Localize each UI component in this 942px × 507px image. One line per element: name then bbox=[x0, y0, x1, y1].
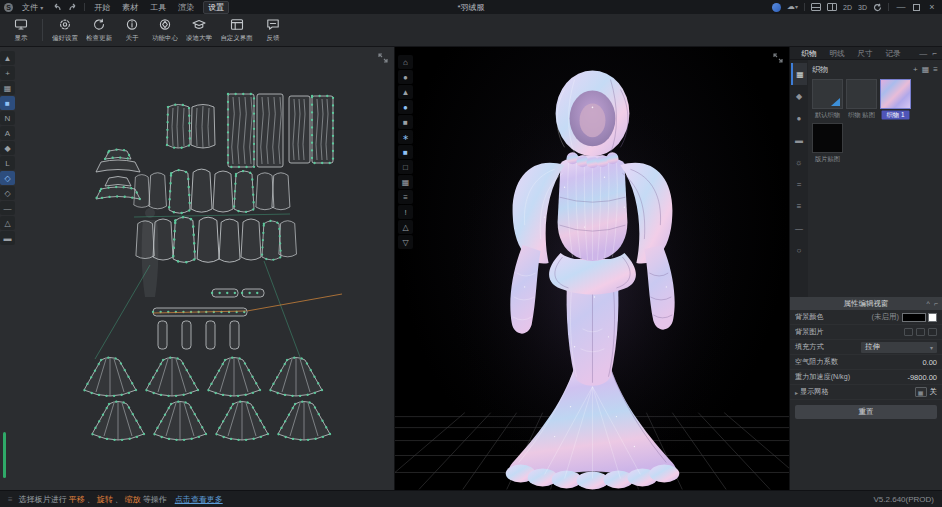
ribbon-preferences-button[interactable]: 偏好设置 bbox=[49, 15, 81, 46]
maximize-button[interactable] bbox=[913, 4, 920, 11]
see-more-link[interactable]: 点击查看更多 bbox=[175, 494, 223, 505]
rectangle-tool[interactable]: ■ bbox=[0, 96, 15, 110]
collapse-section-icon[interactable]: ^ bbox=[927, 300, 930, 307]
ribbon-custom-ui-button[interactable]: 自定义界面 bbox=[217, 15, 256, 46]
undo-icon[interactable] bbox=[52, 3, 62, 12]
edit-pattern-tool[interactable]: + bbox=[0, 66, 15, 80]
cloud-icon[interactable]: ☁▾ bbox=[787, 3, 798, 11]
view-2d-button[interactable]: 2D bbox=[843, 4, 852, 11]
grip-icon: ≡ bbox=[8, 495, 13, 504]
add-fabric-button[interactable]: + bbox=[913, 65, 918, 74]
tab-topstitch[interactable]: 明线 bbox=[824, 48, 851, 58]
avatar-icon[interactable]: ○ bbox=[791, 239, 807, 261]
fabric-thumb-map[interactable] bbox=[846, 79, 877, 109]
pattern-2d-view[interactable]: ▲ + ▦ ■ N A ◆ L ◇ ◇ — △ ▬ bbox=[0, 47, 395, 490]
pattern-canvas[interactable] bbox=[0, 47, 394, 490]
measure-icon[interactable]: = bbox=[791, 173, 807, 195]
sew-tool[interactable]: ◇ bbox=[0, 171, 15, 185]
fabric-thumb-default[interactable] bbox=[812, 79, 843, 109]
row-show-grid: ▸ 显示网格 ▦ 关 bbox=[790, 385, 942, 400]
grid-view-tool[interactable]: ▦ bbox=[398, 175, 413, 189]
ribbon-feedback-button[interactable]: 反馈 bbox=[258, 15, 288, 46]
fabric-thumb-black[interactable] bbox=[812, 123, 843, 153]
expand-2d-icon[interactable] bbox=[378, 53, 388, 63]
view-3d-button[interactable]: 3D bbox=[858, 4, 867, 11]
close-button[interactable]: × bbox=[926, 3, 938, 12]
minimize-button[interactable]: — bbox=[895, 3, 907, 12]
fill-mode-dropdown[interactable]: 拉伸 ▾ bbox=[861, 342, 937, 353]
tab-history[interactable]: 记录 bbox=[880, 48, 907, 58]
expander-icon[interactable]: ▸ bbox=[795, 389, 798, 396]
split-view-icon[interactable] bbox=[827, 3, 837, 11]
collapse-panel-icon[interactable]: — bbox=[919, 49, 927, 58]
layout-view-icon[interactable] bbox=[811, 3, 821, 11]
avatar-pose-tool[interactable]: ▲ bbox=[398, 85, 413, 99]
garment-canvas[interactable] bbox=[395, 47, 789, 490]
garment-show-tool[interactable]: ■ bbox=[398, 115, 413, 129]
expand-3d-icon[interactable] bbox=[773, 53, 783, 63]
up-tool[interactable]: △ bbox=[398, 220, 413, 234]
menu-file[interactable]: 文件 ▾ bbox=[19, 2, 46, 13]
free-sew-tool[interactable]: ◇ bbox=[0, 186, 15, 200]
avatar-arrange-tool[interactable]: ● bbox=[398, 100, 413, 114]
delete-image-icon[interactable] bbox=[928, 328, 937, 336]
measure-tool[interactable]: ! bbox=[398, 205, 413, 219]
pin-tool[interactable]: ≡ bbox=[398, 190, 413, 204]
2d-zoom-slider[interactable] bbox=[3, 432, 6, 478]
fabric-icon[interactable]: ▦ bbox=[791, 63, 807, 85]
gravity-value[interactable]: -9800.00 bbox=[907, 373, 937, 382]
grid-toggle[interactable]: ▦ bbox=[915, 387, 927, 397]
background-color-swatch[interactable] bbox=[902, 313, 926, 322]
corner-tool[interactable]: L bbox=[0, 156, 15, 170]
select-tool[interactable]: ▲ bbox=[0, 51, 15, 65]
menu-tools[interactable]: 工具 bbox=[147, 2, 169, 13]
popout-section-icon[interactable]: ⌐ bbox=[934, 300, 938, 307]
add-image-icon[interactable] bbox=[904, 328, 913, 336]
sync-view-icon[interactable] bbox=[873, 3, 882, 12]
mesh-view-tool[interactable]: □ bbox=[398, 160, 413, 174]
light-icon[interactable]: ☼ bbox=[791, 151, 807, 173]
expand-panel-icon[interactable]: ⌐ bbox=[932, 49, 937, 58]
shape-tool[interactable]: ▬ bbox=[0, 231, 15, 245]
fabric-view-tool[interactable]: ■ bbox=[398, 145, 413, 159]
reset-button[interactable]: 重置 bbox=[795, 405, 937, 419]
avatar-show-tool[interactable]: ● bbox=[398, 70, 413, 84]
down-tool[interactable]: ▽ bbox=[398, 235, 413, 249]
seam-icon[interactable]: — bbox=[791, 217, 807, 239]
garment-3d-view[interactable]: ⌂ ● ▲ ● ■ ∗ ■ □ ▦ ≡ ! △ ▽ bbox=[395, 47, 790, 490]
ribbon-university-button[interactable]: 凌迪大学 bbox=[183, 15, 215, 46]
right-panel-tabs: 织物 明线 尺寸 记录 — ⌐ bbox=[790, 47, 942, 60]
air-resistance-value[interactable]: 0.00 bbox=[922, 358, 937, 367]
button-icon[interactable]: ● bbox=[791, 107, 807, 129]
layer-icon[interactable]: ≡ bbox=[791, 195, 807, 217]
list-view-icon[interactable]: ≡ bbox=[933, 65, 938, 74]
chevron-down-icon: ▾ bbox=[930, 344, 933, 351]
dart-tool[interactable]: ◆ bbox=[0, 141, 15, 155]
grid-tool[interactable]: ▦ bbox=[0, 81, 15, 95]
view-reset-tool[interactable]: ⌂ bbox=[398, 55, 413, 69]
menu-start[interactable]: 开始 bbox=[91, 2, 113, 13]
ribbon-about-button[interactable]: 关于 bbox=[117, 15, 147, 46]
notch-tool[interactable]: △ bbox=[0, 216, 15, 230]
trim-icon[interactable]: ▬ bbox=[791, 129, 807, 151]
simulate-tool[interactable]: ∗ bbox=[398, 130, 413, 144]
ribbon-display-button[interactable]: 显示 bbox=[6, 15, 36, 46]
menu-settings[interactable]: 设置 bbox=[203, 1, 229, 14]
divider bbox=[84, 3, 85, 11]
menu-render[interactable]: 渲染 bbox=[175, 2, 197, 13]
seam-tool[interactable]: — bbox=[0, 201, 15, 215]
redo-icon[interactable] bbox=[68, 3, 78, 12]
ribbon-feature-center-button[interactable]: 功能中心 bbox=[149, 15, 181, 46]
fabric-thumb-selected[interactable] bbox=[880, 79, 911, 109]
background-color-alpha-swatch[interactable] bbox=[928, 313, 937, 322]
curve-tool[interactable]: N bbox=[0, 111, 15, 125]
ribbon-check-update-button[interactable]: 检查更新 bbox=[83, 15, 115, 46]
user-avatar[interactable] bbox=[772, 3, 781, 12]
view-image-icon[interactable] bbox=[916, 328, 925, 336]
tab-measure[interactable]: 尺寸 bbox=[852, 48, 879, 58]
thumbnail-view-icon[interactable]: ▦ bbox=[922, 65, 930, 74]
tab-fabric[interactable]: 织物 bbox=[796, 48, 823, 58]
text-tool[interactable]: A bbox=[0, 126, 15, 140]
menu-material[interactable]: 素材 bbox=[119, 2, 141, 13]
topstitch-icon[interactable]: ◆ bbox=[791, 85, 807, 107]
